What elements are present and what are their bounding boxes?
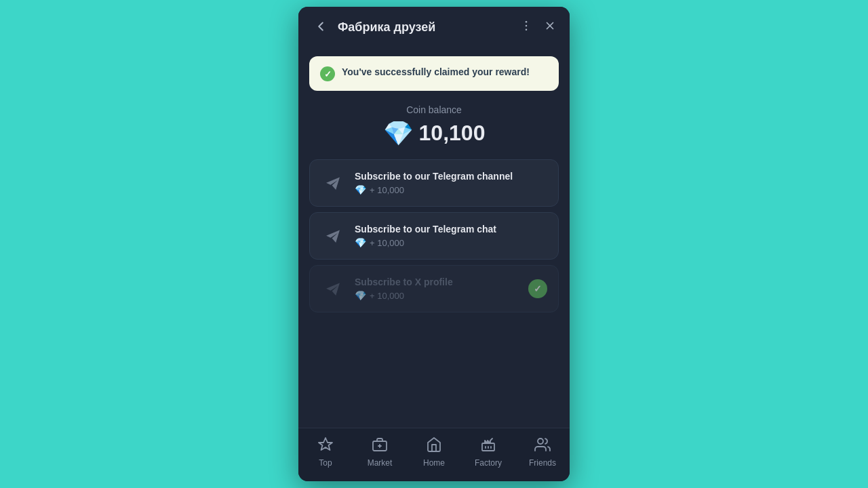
task-completed-icon bbox=[528, 279, 547, 298]
task-reward: 💎 + 10,000 bbox=[355, 184, 547, 195]
top-icon bbox=[317, 436, 334, 455]
nav-market-label: Market bbox=[368, 458, 393, 468]
success-text: You've successfully claimed your reward! bbox=[342, 66, 530, 79]
nav-top[interactable]: Top bbox=[298, 434, 353, 470]
balance-number: 10,100 bbox=[419, 121, 486, 146]
task-info-2: Subscribe to our Telegram chat 💎 + 10,00… bbox=[355, 224, 547, 248]
task-title-3: Subscribe to X profile bbox=[355, 277, 519, 287]
header-right bbox=[518, 18, 557, 37]
task-diamond-icon: 💎 bbox=[355, 184, 366, 195]
telegram-icon bbox=[321, 171, 345, 195]
nav-friends-label: Friends bbox=[529, 458, 556, 468]
diamond-icon: 💎 bbox=[383, 121, 414, 146]
bottom-navigation: Top Market Home bbox=[298, 428, 570, 481]
nav-factory[interactable]: Factory bbox=[461, 434, 515, 470]
back-button[interactable] bbox=[311, 18, 331, 37]
task-telegram-channel[interactable]: Subscribe to our Telegram channel 💎 + 10… bbox=[309, 159, 559, 207]
task-info: Subscribe to our Telegram channel 💎 + 10… bbox=[355, 171, 547, 195]
x-icon bbox=[321, 277, 345, 301]
friends-icon bbox=[534, 436, 551, 455]
nav-top-label: Top bbox=[319, 458, 332, 468]
task-title: Subscribe to our Telegram channel bbox=[355, 171, 547, 182]
svg-point-15 bbox=[538, 439, 543, 444]
nav-market[interactable]: Market bbox=[353, 434, 407, 470]
task-diamond-icon-3: 💎 bbox=[355, 290, 366, 301]
task-info-3: Subscribe to X profile 💎 + 10,000 bbox=[355, 277, 519, 301]
success-notification: You've successfully claimed your reward! bbox=[309, 56, 559, 91]
nav-home-label: Home bbox=[423, 458, 445, 468]
market-icon bbox=[372, 436, 388, 455]
header-left: Фабрика друзей bbox=[311, 18, 435, 37]
balance-label: Coin balance bbox=[309, 104, 559, 115]
task-title-2: Subscribe to our Telegram chat bbox=[355, 224, 547, 235]
svg-point-1 bbox=[526, 25, 528, 27]
content-area: You've successfully claimed your reward!… bbox=[298, 48, 570, 428]
task-reward-2: 💎 + 10,000 bbox=[355, 237, 547, 248]
svg-point-0 bbox=[526, 21, 528, 23]
balance-amount: 💎 10,100 bbox=[309, 121, 559, 146]
nav-factory-label: Factory bbox=[475, 458, 502, 468]
close-button[interactable] bbox=[542, 18, 557, 37]
telegram-chat-icon bbox=[321, 224, 345, 248]
nav-home[interactable]: Home bbox=[407, 434, 461, 470]
task-reward-amount-3: + 10,000 bbox=[370, 291, 404, 301]
task-telegram-chat[interactable]: Subscribe to our Telegram chat 💎 + 10,00… bbox=[309, 212, 559, 260]
balance-section: Coin balance 💎 10,100 bbox=[309, 104, 559, 146]
page-title: Фабрика друзей bbox=[338, 20, 435, 35]
task-diamond-icon-2: 💎 bbox=[355, 237, 366, 248]
tasks-list: Subscribe to our Telegram channel 💎 + 10… bbox=[309, 159, 559, 312]
task-reward-3: 💎 + 10,000 bbox=[355, 290, 519, 301]
task-x-profile[interactable]: Subscribe to X profile 💎 + 10,000 bbox=[309, 265, 559, 312]
task-reward-amount-2: + 10,000 bbox=[370, 238, 404, 248]
home-icon bbox=[426, 436, 442, 455]
success-icon bbox=[320, 66, 335, 81]
app-window: Фабрика друзей You've successfully claim… bbox=[298, 7, 570, 481]
menu-button[interactable] bbox=[518, 18, 534, 37]
header: Фабрика друзей bbox=[298, 7, 570, 48]
factory-icon bbox=[480, 436, 496, 455]
svg-point-2 bbox=[526, 29, 528, 31]
nav-friends[interactable]: Friends bbox=[515, 434, 570, 470]
task-reward-amount: + 10,000 bbox=[370, 185, 404, 195]
